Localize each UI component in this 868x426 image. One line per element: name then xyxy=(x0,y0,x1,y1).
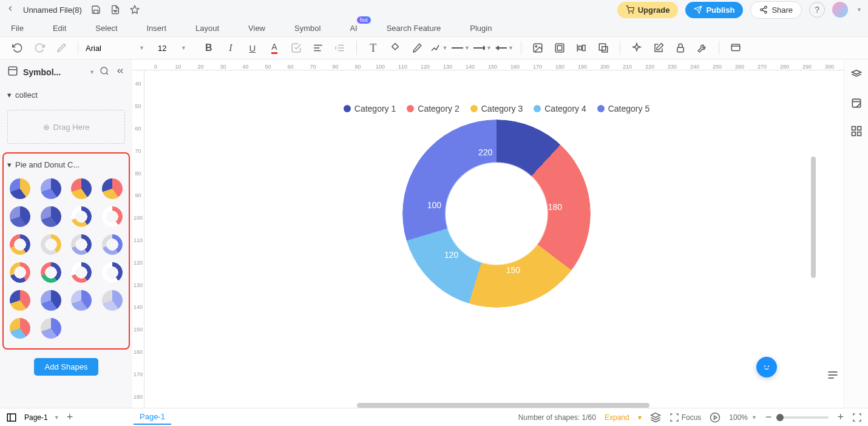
menu-edit[interactable]: Edit xyxy=(53,24,66,33)
fullscreen-button[interactable] xyxy=(852,413,862,422)
italic-button[interactable]: I xyxy=(222,39,240,57)
horizontal-scrollbar[interactable] xyxy=(357,403,649,408)
menu-ai[interactable]: AIhot xyxy=(350,24,357,33)
export-icon[interactable] xyxy=(110,4,121,15)
page-tab-active[interactable]: Page-1 xyxy=(134,410,171,425)
menu-layout[interactable]: Layout xyxy=(195,24,219,33)
zoom-out-button[interactable]: − xyxy=(765,411,772,424)
zoom-in-button[interactable]: + xyxy=(837,411,844,424)
search-icon[interactable] xyxy=(100,66,109,78)
zoom-level[interactable]: 100% ▼ xyxy=(729,413,757,422)
upgrade-button[interactable]: Upgrade xyxy=(617,2,679,18)
chart-thumbnail[interactable] xyxy=(7,289,33,312)
image-button[interactable] xyxy=(529,39,547,57)
layers-button[interactable] xyxy=(650,412,661,423)
connector-button[interactable]: ▼ xyxy=(430,39,448,57)
tools-button[interactable] xyxy=(693,39,711,57)
chart-thumbnail[interactable] xyxy=(38,261,64,284)
menu-select[interactable]: Select xyxy=(95,24,117,33)
file-name[interactable]: Unnamed File(8) xyxy=(23,5,82,15)
chart-thumbnail[interactable] xyxy=(7,233,33,256)
text-tool-button[interactable]: T xyxy=(364,39,382,57)
font-dropdown[interactable]: ▼ xyxy=(139,45,144,51)
donut-chart[interactable]: Category 1Category 2Category 3Category 4… xyxy=(296,104,697,308)
chart-thumbnail[interactable] xyxy=(100,261,125,284)
canvas[interactable]: Category 1Category 2Category 3Category 4… xyxy=(144,70,844,408)
redo-button[interactable] xyxy=(30,39,49,57)
chart-thumbnail[interactable] xyxy=(100,233,125,256)
chart-thumbnail[interactable] xyxy=(100,289,125,312)
bold-button[interactable]: B xyxy=(200,39,218,57)
highlight-button[interactable] xyxy=(287,39,305,57)
share-button[interactable]: Share xyxy=(750,1,802,19)
format-painter-button[interactable] xyxy=(52,39,70,57)
focus-button[interactable]: Focus xyxy=(670,413,702,422)
container-button[interactable] xyxy=(551,39,569,57)
expand-dropdown-icon[interactable]: ▾ xyxy=(638,413,642,422)
star-icon[interactable] xyxy=(129,4,140,15)
underline-button[interactable]: U xyxy=(243,39,262,57)
add-page-button[interactable]: + xyxy=(67,411,73,424)
menu-plugin[interactable]: Plugin xyxy=(470,24,492,33)
line-style-button[interactable]: ▼ xyxy=(452,39,470,57)
menu-search-feature[interactable]: Search Feature xyxy=(387,24,441,33)
ai-tool-button[interactable] xyxy=(628,39,646,57)
avatar-dropdown[interactable]: ▼ xyxy=(856,7,862,13)
chart-thumbnail[interactable] xyxy=(69,233,94,256)
page-select-dropdown[interactable]: ▼ xyxy=(54,414,59,421)
zoom-slider[interactable] xyxy=(780,416,829,419)
chart-thumbnail[interactable] xyxy=(69,289,94,312)
publish-button[interactable]: Publish xyxy=(685,2,743,18)
chart-thumbnail[interactable] xyxy=(69,177,94,200)
pie-donut-section-header[interactable]: ▾ Pie and Donut C... xyxy=(7,157,125,172)
chart-thumbnail[interactable] xyxy=(7,205,33,228)
add-shapes-button[interactable]: Add Shapes xyxy=(34,358,99,376)
drag-here-zone[interactable]: ⊕ Drag Here xyxy=(7,110,125,144)
back-button[interactable] xyxy=(6,4,15,15)
menu-insert[interactable]: Insert xyxy=(147,24,167,33)
theme-icon[interactable] xyxy=(849,68,864,83)
outline-view-button[interactable] xyxy=(6,412,17,423)
chart-thumbnail[interactable] xyxy=(7,317,33,340)
chart-thumbnail[interactable] xyxy=(38,205,64,228)
save-icon[interactable] xyxy=(90,4,101,15)
vertical-scrollbar[interactable] xyxy=(811,157,816,278)
font-color-button[interactable]: A xyxy=(265,39,283,57)
chart-thumbnail[interactable] xyxy=(38,177,64,200)
undo-button[interactable] xyxy=(8,39,27,57)
presentation-button[interactable] xyxy=(710,412,721,423)
arrange-button[interactable] xyxy=(572,39,591,57)
assistant-button[interactable] xyxy=(756,357,777,377)
edit-tool-button[interactable] xyxy=(649,39,668,57)
align-button[interactable] xyxy=(309,39,327,57)
chart-thumbnail[interactable] xyxy=(7,261,33,284)
sidebar-title-dropdown[interactable]: ▼ xyxy=(89,69,95,75)
collapse-sidebar-icon[interactable] xyxy=(115,66,125,78)
arrow-head-button[interactable]: ▼ xyxy=(495,39,514,57)
font-select[interactable] xyxy=(86,44,134,53)
preview-button[interactable] xyxy=(727,39,745,57)
format-panel-toggle[interactable] xyxy=(827,369,839,384)
lock-button[interactable] xyxy=(671,39,690,57)
menu-view[interactable]: View xyxy=(248,24,265,33)
chart-thumbnail[interactable] xyxy=(7,177,33,200)
help-icon[interactable]: ? xyxy=(809,2,825,18)
chart-thumbnail[interactable] xyxy=(38,233,64,256)
chart-thumbnail[interactable] xyxy=(38,317,64,340)
expand-link[interactable]: Expand xyxy=(605,413,629,422)
collect-section-header[interactable]: ▾ collect xyxy=(7,87,125,103)
menu-symbol[interactable]: Symbol xyxy=(294,24,320,33)
line-spacing-button[interactable] xyxy=(331,39,349,57)
group-button[interactable] xyxy=(594,39,612,57)
menu-file[interactable]: File xyxy=(11,24,24,33)
chart-thumbnail[interactable] xyxy=(69,261,94,284)
chart-thumbnail[interactable] xyxy=(38,289,64,312)
font-size-select[interactable] xyxy=(158,44,176,53)
fill-button[interactable] xyxy=(386,39,404,57)
avatar[interactable] xyxy=(832,2,848,18)
size-dropdown[interactable]: ▼ xyxy=(181,45,186,51)
page-select[interactable]: Page-1 xyxy=(24,413,48,422)
chart-thumbnail[interactable] xyxy=(100,177,125,200)
apps-icon[interactable] xyxy=(849,124,864,138)
line-color-button[interactable] xyxy=(408,39,426,57)
